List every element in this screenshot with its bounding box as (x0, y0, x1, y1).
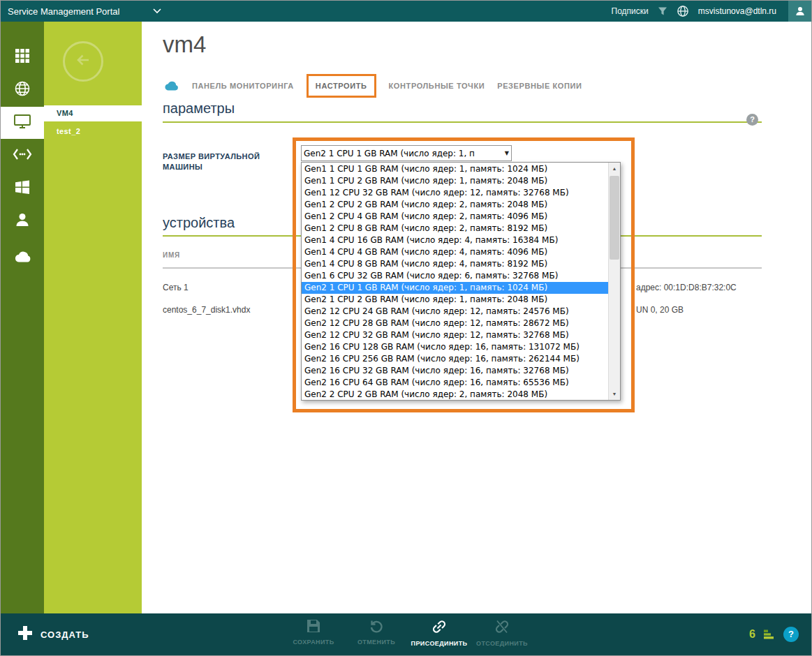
undo-icon (369, 618, 384, 636)
tab-checkpoints[interactable]: КОНТРОЛЬНЫЕ ТОЧКИ (389, 82, 485, 90)
vm-size-label: РАЗМЕР ВИРТУАЛЬНОЙ МАШИНЫ (163, 151, 287, 172)
parameters-section-title: параметры (163, 100, 235, 117)
sidebar-item-code[interactable] (1, 140, 44, 172)
create-button-label: СОЗДАТЬ (40, 629, 89, 640)
vm-cloud-icon (163, 80, 179, 91)
device-row-name[interactable]: centos_6_7_disk1.vhdx (163, 305, 250, 315)
vm-size-option[interactable]: Gen2 12 CPU 24 GB RAM (число ядер: 12, п… (302, 306, 608, 318)
tab-backups[interactable]: РЕЗЕРВНЫЕ КОПИИ (497, 82, 582, 90)
vm-size-option[interactable]: Gen1 1 CPU 2 GB RAM (число ядер: 1, памя… (302, 175, 608, 187)
scrollbar-thumb[interactable] (610, 176, 619, 260)
device-row-detail: адрес: 00:1D:D8:B7:32:0C (636, 283, 737, 292)
parameters-divider (163, 121, 762, 123)
vm-size-dropdown: Gen1 1 CPU 1 GB RAM (число ядер: 1, памя… (301, 162, 621, 401)
help-icon[interactable]: ? (746, 114, 758, 126)
dropdown-scrollbar[interactable]: ▲ ▼ (608, 163, 620, 400)
back-button[interactable] (63, 41, 103, 82)
cancel-button[interactable]: ОТМЕНИТЬ (346, 618, 407, 647)
topbar: Service Management Portal Подписки msvis… (1, 1, 811, 22)
vm-size-select-value: Gen2 1 CPU 1 GB RAM (число ядер: 1, п (304, 149, 500, 158)
user-email[interactable]: msvistunova@dtln.ru (698, 6, 776, 16)
save-icon (306, 618, 321, 636)
devices-column-name: ИМЯ (163, 251, 180, 259)
sidebar-item-clouds[interactable] (1, 241, 44, 274)
tab-dashboard[interactable]: ПАНЕЛЬ МОНИТОРИНГА (192, 82, 294, 90)
save-button[interactable]: СОХРАНИТЬ (283, 618, 344, 647)
vm-size-option[interactable]: Gen1 4 CPU 4 GB RAM (число ядер: 4, памя… (302, 246, 608, 258)
tab-configure[interactable]: НАСТРОИТЬ (307, 74, 376, 98)
globe-icon (14, 80, 31, 100)
tab-strip: ПАНЕЛЬ МОНИТОРИНГА НАСТРОИТЬ КОНТРОЛЬНЫЕ… (163, 70, 582, 101)
portal-title: Service Management Portal (1, 6, 119, 17)
devices-section-title: устройства (163, 215, 235, 231)
service-management-portal-window: Service Management Portal Подписки msvis… (0, 0, 812, 656)
command-bar: СОЗДАТЬ СОХРАНИТЬ ОТМЕНИТЬ ПРИСОЕДИНИТЬ … (1, 613, 811, 655)
activity-bars-icon[interactable] (763, 629, 776, 640)
vm-size-option[interactable]: Gen1 2 CPU 2 GB RAM (число ядер: 2, памя… (302, 199, 608, 211)
vm-size-select[interactable]: Gen2 1 CPU 1 GB RAM (число ядер: 1, п ▼ (301, 145, 512, 161)
device-row-name[interactable]: Сеть 1 (163, 283, 189, 292)
vm-size-option[interactable]: Gen1 2 CPU 8 GB RAM (число ядер: 2, памя… (302, 223, 608, 234)
scroll-down-button[interactable]: ▼ (609, 388, 620, 400)
vm-size-option[interactable]: Gen1 12 CPU 32 GB RAM (число ядер: 12, п… (302, 187, 608, 199)
dropdown-arrow-icon: ▼ (500, 150, 509, 156)
sidebar-item-networks[interactable] (1, 74, 44, 106)
device-row-detail: UN 0, 20 GB (636, 305, 684, 315)
sidebar (1, 22, 44, 613)
vm-size-option[interactable]: Gen1 4 CPU 16 GB RAM (число ядер: 4, пам… (302, 234, 608, 246)
vm-list-item-test2[interactable]: test_2 (44, 124, 142, 140)
command-bar-right: 6 ? (749, 613, 799, 655)
vm-size-option[interactable]: Gen1 4 CPU 8 GB RAM (число ядер: 4, памя… (302, 258, 608, 270)
filter-icon[interactable] (658, 6, 667, 16)
back-arrow-icon (73, 50, 93, 73)
vm-size-option[interactable]: Gen2 2 CPU 2 GB RAM (число ядер: 2, памя… (302, 389, 608, 400)
detach-button[interactable]: ОТСОЕДИНИТЬ (471, 618, 533, 647)
windows-logo-icon (14, 179, 31, 198)
vm-size-option[interactable]: Gen2 16 CPU 128 GB RAM (число ядер: 16, … (302, 341, 608, 353)
main-content: vm4 ПАНЕЛЬ МОНИТОРИНГА НАСТРОИТЬ КОНТРОЛ… (142, 22, 812, 613)
attach-button[interactable]: ПРИСОЕДИНИТЬ (408, 618, 470, 647)
unlink-icon (494, 618, 510, 638)
language-globe-icon[interactable] (677, 5, 689, 17)
help-button[interactable]: ? (783, 627, 799, 642)
plus-icon (17, 625, 33, 643)
create-button[interactable]: СОЗДАТЬ (17, 613, 89, 655)
sidebar-item-virtual-machines[interactable] (1, 107, 44, 139)
cloud-icon (13, 250, 32, 266)
vm-size-option[interactable]: Gen2 16 CPU 64 GB RAM (число ядер: 16, п… (302, 377, 608, 389)
user-avatar[interactable] (788, 1, 811, 22)
vm-size-option[interactable]: Gen2 12 CPU 28 GB RAM (число ядер: 12, п… (302, 318, 608, 329)
vm-size-option[interactable]: Gen1 6 CPU 32 GB RAM (число ядер: 6, пам… (302, 270, 608, 282)
sidebar-item-all-items[interactable] (1, 41, 44, 73)
person-icon (14, 211, 31, 231)
vm-size-option[interactable]: Gen2 1 CPU 1 GB RAM (число ядер: 1, памя… (302, 282, 608, 294)
vm-list-panel: VM4 test_2 (44, 22, 142, 613)
chevron-down-icon[interactable] (149, 6, 165, 17)
vm-list-item-vm4[interactable]: VM4 (44, 105, 142, 121)
vm-size-option[interactable]: Gen2 1 CPU 2 GB RAM (число ядер: 1, памя… (302, 294, 608, 306)
scroll-up-button[interactable]: ▲ (609, 163, 620, 174)
vm-size-option[interactable]: Gen2 16 CPU 32 GB RAM (число ядер: 16, п… (302, 365, 608, 377)
page-title: vm4 (163, 31, 206, 58)
code-brackets-icon (13, 149, 32, 163)
topbar-right-group: Подписки msvistunova@dtln.ru (612, 1, 811, 22)
vm-size-listbox-options: Gen1 1 CPU 1 GB RAM (число ядер: 1, памя… (302, 163, 608, 400)
sidebar-item-windows[interactable] (1, 172, 44, 204)
vm-size-option[interactable]: Gen1 1 CPU 1 GB RAM (число ядер: 1, памя… (302, 163, 608, 175)
link-icon (431, 618, 448, 638)
subscriptions-menu[interactable]: Подписки (612, 6, 649, 16)
vm-size-option[interactable]: Gen1 2 CPU 4 GB RAM (число ядер: 2, памя… (302, 211, 608, 223)
apps-grid-icon (14, 47, 31, 67)
monitor-icon (13, 113, 31, 133)
sidebar-item-users[interactable] (1, 205, 44, 237)
command-actions: СОХРАНИТЬ ОТМЕНИТЬ ПРИСОЕДИНИТЬ ОТСОЕДИН… (283, 618, 533, 647)
vm-size-option[interactable]: Gen2 16 CPU 256 GB RAM (число ядер: 16, … (302, 353, 608, 365)
notification-count[interactable]: 6 (749, 628, 755, 641)
vm-size-option[interactable]: Gen2 12 CPU 32 GB RAM (число ядер: 12, п… (302, 329, 608, 341)
